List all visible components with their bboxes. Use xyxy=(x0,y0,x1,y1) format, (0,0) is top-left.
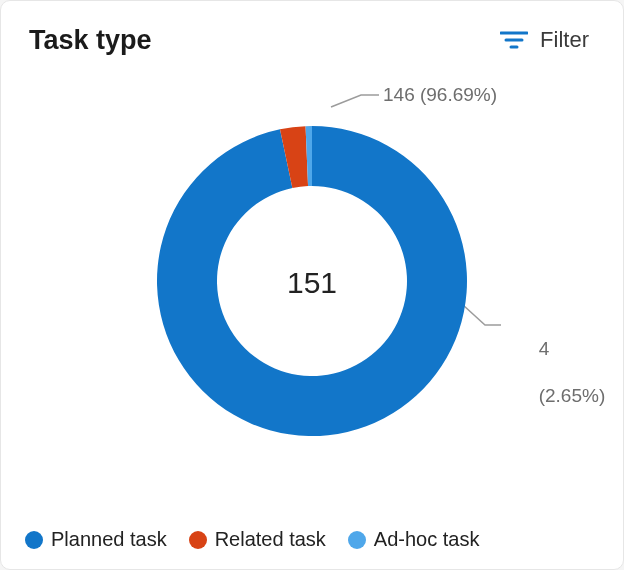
callout-top: 146 (96.69%) xyxy=(383,83,497,107)
filter-button[interactable]: Filter xyxy=(494,23,595,57)
legend-label-related: Related task xyxy=(215,528,326,551)
donut-chart: 146 (96.69%) 4 (2.65%) 151 xyxy=(1,71,623,495)
legend-item-planned[interactable]: Planned task xyxy=(25,528,167,551)
filter-icon xyxy=(500,30,528,50)
legend-item-related[interactable]: Related task xyxy=(189,528,326,551)
legend-label-planned: Planned task xyxy=(51,528,167,551)
card-title: Task type xyxy=(29,25,152,56)
callout-right-percent: (2.65%) xyxy=(539,385,606,406)
task-type-card: Task type Filter 146 (96.69%) 4 (2.65%) xyxy=(0,0,624,570)
filter-label: Filter xyxy=(540,27,589,53)
swatch-planned xyxy=(25,531,43,549)
swatch-related xyxy=(189,531,207,549)
card-header: Task type Filter xyxy=(1,1,623,57)
legend-label-adhoc: Ad-hoc task xyxy=(374,528,480,551)
legend: Planned task Related task Ad-hoc task xyxy=(1,528,623,551)
callout-right: 4 (2.65%) xyxy=(507,313,605,432)
legend-item-adhoc[interactable]: Ad-hoc task xyxy=(348,528,480,551)
callout-right-value: 4 xyxy=(539,338,550,359)
donut-center-total: 151 xyxy=(287,266,337,300)
swatch-adhoc xyxy=(348,531,366,549)
